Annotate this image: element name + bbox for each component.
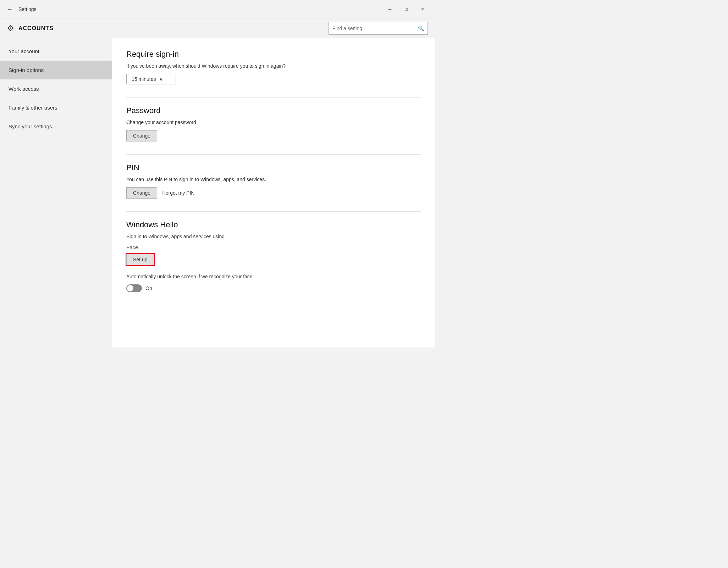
search-icon: 🔍 — [418, 26, 424, 31]
search-input[interactable] — [332, 26, 418, 31]
face-label: Face — [126, 244, 421, 250]
maximize-button[interactable]: □ — [398, 4, 414, 15]
windows-hello-desc: Sign in to Windows, apps and services us… — [126, 234, 421, 239]
toggle-label: On — [145, 285, 152, 291]
content-area: Require sign-in If you've been away, whe… — [112, 38, 435, 347]
auto-unlock-toggle[interactable] — [126, 284, 142, 292]
window-controls: ─ □ ✕ — [382, 4, 431, 15]
toggle-knob — [127, 285, 133, 291]
auto-unlock-desc: Automatically unlock the screen if we re… — [126, 274, 421, 279]
setup-button[interactable]: Set up — [126, 254, 154, 265]
titlebar: ← Settings ─ □ ✕ — [0, 0, 435, 18]
windows-hello-title: Windows Hello — [126, 220, 421, 229]
require-signin-section: Require sign-in If you've been away, whe… — [126, 50, 421, 84]
windows-hello-section: Windows Hello Sign in to Windows, apps a… — [126, 220, 421, 292]
auto-unlock-container: Automatically unlock the screen if we re… — [126, 274, 421, 292]
pin-section: PIN You can use this PIN to sign in to W… — [126, 163, 421, 199]
header-left: ⚙ ACCOUNTS — [7, 24, 54, 33]
sidebar: Your account Sign-in options Work access… — [0, 38, 112, 347]
password-title: Password — [126, 106, 421, 115]
toggle-row: On — [126, 284, 421, 292]
app-title: ACCOUNTS — [18, 25, 54, 32]
sidebar-item-sign-in-options[interactable]: Sign-in options — [0, 61, 112, 79]
pin-actions: Change I forgot my PIN — [126, 187, 421, 199]
divider-1 — [126, 97, 421, 98]
pin-desc: You can use this PIN to sign in to Windo… — [126, 177, 421, 182]
titlebar-title: Settings — [18, 6, 382, 12]
sidebar-item-work-access[interactable]: Work access — [0, 79, 112, 98]
divider-3 — [126, 211, 421, 212]
chevron-down-icon: ∨ — [159, 76, 163, 82]
close-button[interactable]: ✕ — [414, 4, 431, 15]
divider-2 — [126, 154, 421, 155]
search-box[interactable]: 🔍 — [329, 22, 428, 35]
password-desc: Change your account password — [126, 119, 421, 125]
dropdown-value: 15 minutes — [132, 76, 156, 82]
require-signin-desc: If you've been away, when should Windows… — [126, 63, 421, 69]
sidebar-item-sync-settings[interactable]: Sync your settings — [0, 117, 112, 136]
pin-forgot-button[interactable]: I forgot my PIN — [161, 188, 194, 198]
require-signin-dropdown[interactable]: 15 minutes ∨ — [126, 74, 176, 84]
sidebar-item-family-other-users[interactable]: Family & other users — [0, 98, 112, 117]
back-button[interactable]: ← — [4, 4, 16, 15]
password-change-button[interactable]: Change — [126, 130, 157, 141]
main-layout: Your account Sign-in options Work access… — [0, 38, 435, 347]
password-section: Password Change your account password Ch… — [126, 106, 421, 141]
gear-icon: ⚙ — [7, 24, 14, 33]
require-signin-title: Require sign-in — [126, 50, 421, 59]
app-header: ⚙ ACCOUNTS 🔍 — [0, 18, 435, 38]
sidebar-item-your-account[interactable]: Your account — [0, 42, 112, 61]
pin-change-button[interactable]: Change — [126, 187, 157, 199]
pin-title: PIN — [126, 163, 421, 172]
back-icon: ← — [7, 6, 13, 12]
minimize-button[interactable]: ─ — [382, 4, 398, 15]
